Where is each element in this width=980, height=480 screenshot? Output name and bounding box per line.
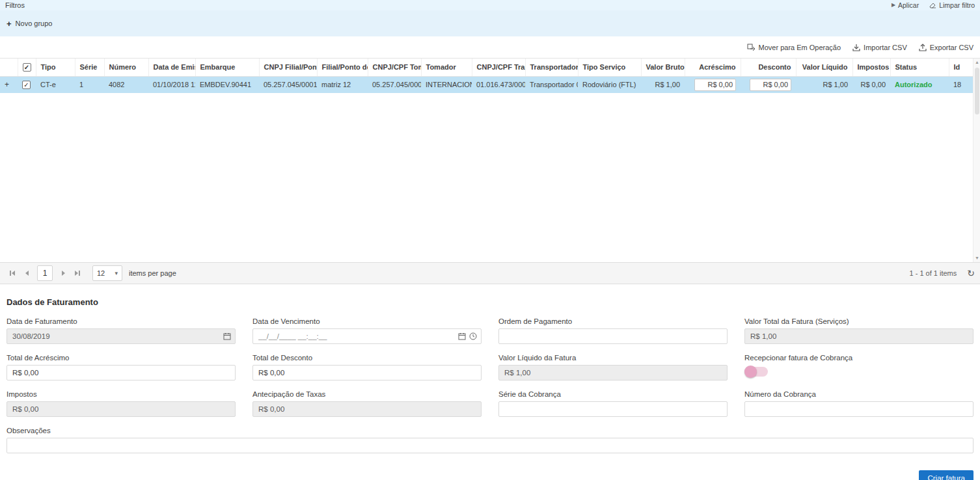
valor-total-input — [744, 328, 973, 344]
export-csv-button[interactable]: Exportar CSV — [919, 44, 973, 51]
total-desconto-label: Total de Desconto — [252, 354, 482, 362]
cell-cnpj-transportador: 01.016.473/0001-40 — [472, 76, 525, 93]
refresh-icon[interactable]: ↻ — [967, 268, 975, 278]
page-size-dropdown[interactable]: 12 ▾ — [92, 265, 122, 281]
observacoes-input[interactable] — [7, 438, 973, 453]
col-header-cnpj-tomador[interactable]: CNPJ/CPF Tomador — [368, 59, 421, 76]
col-header-transportador[interactable]: Transportador — [525, 59, 578, 76]
filters-panel: Filtros ▶ Aplicar Limpar filtro + Novo g… — [0, 0, 980, 36]
row-select-cell[interactable]: ✓ — [18, 76, 36, 93]
create-invoice-button[interactable]: Criar fatura — [919, 470, 973, 480]
calendar-icon[interactable] — [458, 332, 466, 340]
import-csv-icon — [852, 44, 860, 51]
ordem-pagamento-input[interactable] — [498, 328, 728, 344]
filters-header: Filtros ▶ Aplicar Limpar filtro — [0, 0, 980, 10]
billing-form: Dados de Faturamento Data de Faturamento… — [0, 284, 980, 480]
data-faturamento-input[interactable] — [7, 328, 236, 344]
select-all-checkbox[interactable]: ✓ — [23, 63, 31, 72]
serie-cobranca-input[interactable] — [498, 401, 728, 417]
col-header-embarque[interactable]: Embarque — [195, 59, 259, 76]
cell-acrescimo — [685, 76, 741, 93]
col-header-tipo[interactable]: Tipo — [36, 59, 75, 76]
clock-icon[interactable] — [469, 332, 477, 340]
col-header-acrescimo[interactable]: Acréscimo — [685, 59, 741, 76]
first-page-button[interactable] — [5, 266, 20, 280]
import-csv-button[interactable]: Importar CSV — [852, 44, 907, 51]
col-header-select-all[interactable]: ✓ — [18, 59, 36, 76]
col-header-tomador[interactable]: Tomador — [421, 59, 472, 76]
observacoes-label: Observações — [7, 427, 973, 434]
filters-title: Filtros — [5, 1, 25, 9]
clear-filter-button[interactable]: Limpar filtro — [929, 1, 975, 10]
numero-cobranca-input[interactable] — [744, 401, 973, 417]
col-header-cnpj-transportador[interactable]: CNPJ/CPF Transp... — [472, 59, 525, 76]
next-page-button[interactable] — [56, 266, 70, 280]
serie-cobranca-label: Série da Cobrança — [498, 390, 728, 398]
toggle-knob — [744, 366, 757, 378]
scroll-up-icon[interactable]: ▲ — [973, 59, 980, 66]
field-impostos: Impostos — [7, 390, 236, 417]
numero-cobranca-label: Número da Cobrança — [744, 390, 973, 398]
col-header-impostos[interactable]: Impostos — [852, 59, 890, 76]
col-header-tipo-servico[interactable]: Tipo Serviço — [578, 59, 641, 76]
move-to-operation-label: Mover para Em Operação — [759, 44, 841, 51]
last-page-button[interactable] — [70, 266, 85, 280]
data-vencimento-label: Data de Vencimento — [252, 317, 482, 325]
clear-filter-label: Limpar filtro — [939, 1, 975, 9]
new-group-label: Novo grupo — [16, 20, 53, 27]
move-to-operation-button[interactable]: Mover para Em Operação — [747, 44, 841, 51]
col-header-status[interactable]: Status — [890, 59, 949, 76]
cell-desconto — [741, 76, 796, 93]
field-total-acrescimo: Total de Acréscimo — [7, 354, 236, 380]
total-acrescimo-input[interactable] — [7, 365, 236, 380]
grid-vertical-scrollbar[interactable]: ▲ ▼ — [973, 59, 980, 262]
cell-tipo-servico: Rodoviário (FTL) — [578, 76, 641, 93]
apply-filter-button[interactable]: ▶ Aplicar — [892, 1, 919, 9]
scroll-down-icon[interactable]: ▼ — [973, 255, 980, 261]
recepcionar-cobranca-toggle[interactable] — [744, 367, 768, 377]
impostos-label: Impostos — [7, 390, 236, 398]
col-header-valor-liquido[interactable]: Valor Líquido — [796, 59, 852, 76]
col-header-numero[interactable]: Número — [104, 59, 148, 76]
expand-plus-icon: + — [5, 80, 9, 89]
grid-header-row: ✓ Tipo Série Número Data de Emiss... Emb… — [0, 59, 973, 76]
total-desconto-input[interactable] — [252, 365, 482, 380]
cell-id: 18 — [949, 76, 973, 93]
cell-cnpj-filial: 05.257.045/0001-60 — [259, 76, 317, 93]
antecipacao-taxas-input — [252, 401, 482, 417]
data-vencimento-input[interactable] — [252, 328, 482, 344]
col-header-valor-bruto[interactable]: Valor Bruto — [641, 59, 685, 76]
col-header-data-emissao[interactable]: Data de Emiss... — [148, 59, 195, 76]
export-csv-label: Exportar CSV — [930, 44, 973, 51]
col-header-expand — [0, 59, 18, 76]
col-header-cnpj-filial[interactable]: CNPJ Filial/Ponto de ... — [259, 59, 317, 76]
page-size-value: 12 — [97, 269, 105, 277]
cell-status: Autorizado — [890, 76, 949, 93]
acrescimo-input[interactable] — [694, 79, 736, 91]
cell-numero: 4082 — [104, 76, 148, 93]
col-header-id[interactable]: Id — [949, 59, 973, 76]
calendar-icon[interactable] — [223, 332, 231, 340]
row-checkbox[interactable]: ✓ — [22, 81, 31, 89]
antecipacao-taxas-label: Antecipação de Taxas — [252, 390, 482, 398]
col-header-filial[interactable]: Filial/Ponto de O... — [317, 59, 368, 76]
row-expand-button[interactable]: + — [0, 76, 18, 93]
prev-page-button[interactable] — [20, 266, 34, 280]
filters-body: + Novo grupo — [0, 10, 980, 36]
grid-row[interactable]: + ✓ CT-e 1 4082 01/10/2018 11:07 EMBDEV.… — [0, 76, 973, 93]
desconto-input[interactable] — [750, 79, 791, 91]
current-page-button[interactable]: 1 — [37, 265, 53, 281]
data-faturamento-label: Data de Faturamento — [7, 317, 236, 325]
col-header-desconto[interactable]: Desconto — [741, 59, 796, 76]
cell-embarque: EMBDEV.90441 — [195, 76, 259, 93]
new-group-button[interactable]: + Novo grupo — [7, 20, 52, 28]
recepcionar-cobranca-label: Recepcionar fatura de Cobrança — [744, 354, 973, 362]
cell-serie: 1 — [75, 76, 104, 93]
check-icon: ✓ — [24, 64, 29, 71]
results-grid: ✓ Tipo Série Número Data de Emiss... Emb… — [0, 58, 980, 262]
pager-range-label: 1 - 1 of 1 items — [910, 269, 957, 277]
move-to-operation-icon — [747, 44, 755, 51]
cell-tomador: INTERNACIONAL E... — [421, 76, 472, 93]
col-header-serie[interactable]: Série — [75, 59, 104, 76]
scrollbar-thumb[interactable] — [975, 68, 979, 114]
